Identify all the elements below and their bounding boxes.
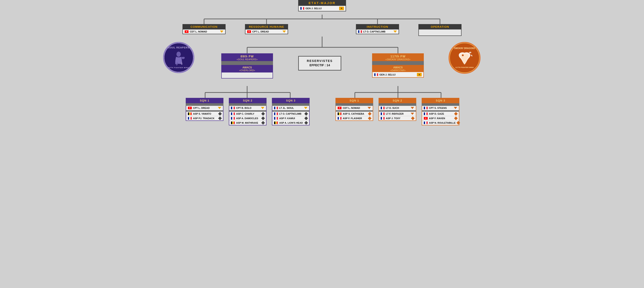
flag-fr (188, 117, 192, 120)
sd-sqn1-title: SQN 1 (336, 98, 373, 103)
flag-be (231, 122, 235, 124)
sd-sqn3-title: SQN 3 (422, 98, 459, 103)
etat-major-commander: GEN J. SELUJ (306, 7, 338, 10)
flag-fr (358, 30, 362, 33)
sr-fw-nickname: «SOUL REAPERS» (222, 58, 272, 61)
diamond-icon (454, 112, 458, 116)
sd-sqn3-member3: ASP N. ROULETABILLE (429, 122, 456, 124)
flag-ch (424, 117, 428, 120)
soul-reapers-emblem: SOUL REAPERS 89TH FIGHTER WING (163, 42, 194, 73)
sd-fw-name: 117th FW (373, 55, 423, 58)
flag-fr (300, 7, 304, 10)
etat-major-title: ETAT-MAJOR (298, 0, 346, 6)
diamond-icon (368, 112, 372, 116)
sd-awacs-label: AWACS (373, 66, 423, 69)
sd-sqn1-member2: ASP F. FLASHER (343, 117, 367, 120)
sr-awacs-name: «OVERLORD» (222, 69, 272, 72)
flag-fr (381, 117, 384, 120)
sd-sqn2-box: SQN 2 LT D. SUCH LT F. RIDFAZER ASP J. T… (378, 98, 416, 121)
flag-fr (231, 113, 235, 115)
sd-awacs-commander: GEN J. SELUJ (380, 73, 416, 76)
diamond-icon (261, 117, 265, 120)
reservistes-box: RESERVISTES EFFECTIF : 14 (298, 56, 346, 71)
flag-fr (274, 117, 278, 120)
sd-awacs-name: «DARKSTAR» (373, 69, 423, 72)
flag-fr (274, 113, 278, 115)
instruction-member: LT O. CAPTNCLIMB (363, 30, 392, 33)
sr-sqn1-title: SQN 1 (186, 98, 224, 103)
sr-sqn3-member1: LT O. CAPTNCLIMB (279, 113, 304, 115)
sr-sqn2-title: SQN 2 (229, 98, 266, 103)
diamond-icon (304, 117, 308, 120)
flag-fr (424, 107, 428, 109)
chevron-icon (454, 107, 457, 109)
flag-ch (185, 30, 188, 33)
sd-sqn3-box: SQN 3 CPT S. STEENS ASP D. GAZE ASP F. R… (422, 98, 459, 125)
sr-sqn3-member3: ASP A. LION'S HEAD (279, 122, 304, 124)
operation-title: OPERATION (418, 24, 462, 29)
gold-badge: ★ (417, 73, 422, 76)
chevron-icon (411, 107, 414, 109)
sd-sqn3-member2: ASP F. RAVEN (429, 117, 453, 120)
sr-sqn3-title: SQN 3 (272, 98, 310, 103)
flag-fr (231, 107, 235, 109)
diamond-icon (304, 112, 308, 116)
flag-ch (247, 30, 251, 33)
communication-member: CDT L. NOMAD (190, 30, 219, 33)
diamond-icon (368, 117, 372, 120)
svg-point-20 (176, 52, 181, 57)
flag-ch (188, 107, 192, 109)
diamond-icon (261, 112, 265, 116)
sr-sqn1-commander: CPT L. DREAD (193, 107, 216, 109)
sr-sqn1-member2: ASP PJ. TRADACK (193, 117, 218, 120)
flag-fr (338, 117, 342, 120)
flag-fr (424, 122, 428, 124)
flag-fr (274, 107, 278, 109)
smokin-dragons-emblem: SMOKIN' DRAGONS 117TH FIGHTER WING (448, 42, 480, 74)
sd-sqn3-commander: CPT S. STEENS (429, 107, 452, 109)
ressource-humaine-box: RESSOURCE HUMAINE CPT L. DREAD (245, 24, 288, 34)
ressource-humaine-member: CPT L. DREAD (252, 30, 281, 33)
flag-ch (338, 107, 342, 109)
sd-fw-nickname: «SMOKIN' DRAGONS» (373, 58, 423, 61)
sd-sqn1-commander: CDT L. NOMAD (343, 107, 366, 109)
chevron-icon (304, 107, 308, 109)
reservistes-effectif: EFFECTIF : 14 (299, 63, 341, 70)
sd-sqn1-box: SQN 1 CDT L. NOMAD ASP S. CATHSEBA ASP F… (336, 98, 373, 121)
diamond-icon (218, 112, 222, 116)
diamond-icon (454, 117, 458, 120)
flag-fr (374, 73, 378, 76)
sr-sqn2-member2: ASP A. DAMOCLES (236, 117, 260, 120)
diamond-icon (218, 117, 222, 120)
sr-fw-name: 89th FW (222, 55, 272, 58)
sr-sqn1-member1: ASP S. YAMATO (193, 113, 218, 115)
chevron-icon (261, 107, 264, 109)
sr-sqn1-box: SQN 1 CPT L. DREAD ASP S. YAMATO ASP PJ.… (186, 98, 224, 121)
etat-major-box: ETAT-MAJOR GEN J. SELUJ ★ (298, 0, 346, 11)
diamond-icon (411, 117, 415, 120)
sr-sqn3-commander: LT JL. SIOUL (279, 107, 303, 109)
flag-be (188, 113, 192, 115)
chevron-icon (218, 107, 221, 109)
flag-fr (424, 113, 428, 115)
sd-sqn3-member1: ASP D. GAZE (429, 113, 453, 115)
sd-sqn1-member1: ASP S. CATHSEBA (343, 113, 367, 115)
ressource-humaine-title: RESSOURCE HUMAINE (245, 24, 288, 29)
sd-sqn2-commander: LT D. SUCH (386, 107, 409, 109)
diamond-icon (304, 121, 308, 125)
diamond-icon (261, 121, 265, 125)
communication-title: COMMUNICATION (182, 24, 226, 29)
diamond-icon (456, 121, 460, 125)
chevron-icon (220, 30, 224, 33)
sr-sqn3-member2: ASP F. KAMUI (279, 117, 304, 120)
flag-fr (381, 107, 384, 109)
gold-badge: ★ (339, 7, 344, 10)
chevron-icon (411, 113, 414, 115)
operation-box: OPERATION (418, 24, 462, 36)
sr-awacs-label: AWACS (222, 66, 272, 69)
flag-fr (381, 113, 384, 115)
flag-fr (231, 117, 235, 120)
sd-sqn2-member1: LT F. RIDFAZER (386, 113, 409, 115)
flag-be (338, 113, 342, 115)
sd-sqn2-member2: ASP J. TOXY (386, 117, 410, 120)
